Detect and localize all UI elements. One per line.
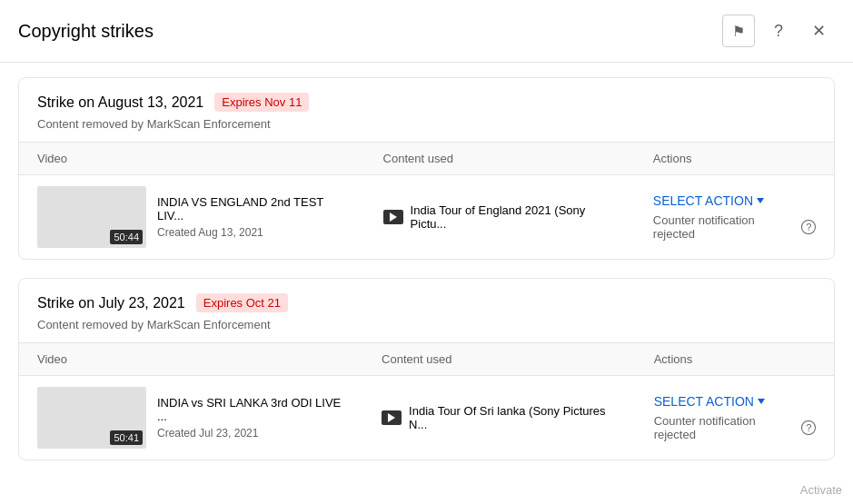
strike-table-jul: Video Content used Actions 50:41 INDIA v… — [19, 342, 834, 460]
video-date-aug: Created Aug 13, 2021 — [157, 226, 347, 239]
dropdown-arrow-icon-aug — [757, 198, 764, 203]
col-header-content-jul: Content used — [363, 343, 636, 376]
col-header-content-aug: Content used — [365, 143, 635, 175]
close-icon: ✕ — [812, 21, 826, 41]
content-title-jul: India Tour Of Sri lanka (Sony Pictures N… — [409, 404, 618, 431]
counter-status-text-jul: Counter notification rejected — [654, 414, 797, 441]
strike-table-aug: Video Content used Actions 50:44 INDIA V… — [19, 142, 834, 259]
strike-card-jul-2021: Strike on July 23, 2021 Expires Oct 21 C… — [18, 278, 835, 460]
video-cell-jul: 50:41 INDIA vs SRI LANKA 3rd ODI LIVE ..… — [19, 376, 363, 460]
video-title-jul: INDIA vs SRI LANKA 3rd ODI LIVE ... — [157, 396, 345, 423]
col-header-actions-jul: Actions — [636, 343, 834, 376]
close-button[interactable]: ✕ — [802, 15, 835, 47]
flag-icon: ⚑ — [732, 23, 745, 40]
strike-header-jul: Strike on July 23, 2021 Expires Oct 21 C… — [19, 279, 834, 342]
content-used-cell-jul: India Tour Of Sri lanka (Sony Pictures N… — [363, 376, 636, 460]
video-thumbnail-aug: 50:44 — [37, 186, 146, 248]
video-play-icon-aug — [383, 210, 403, 224]
help-button[interactable]: ? — [762, 15, 795, 47]
actions-inner-aug: SELECT ACTION Counter notification rejec… — [653, 193, 816, 241]
select-action-button-jul[interactable]: SELECT ACTION — [654, 394, 765, 409]
content-used-cell-aug: India Tour of England 2021 (Sony Pictu..… — [365, 175, 635, 260]
select-action-label-jul: SELECT ACTION — [654, 394, 754, 409]
counter-status-jul: Counter notification rejected ? — [654, 414, 816, 441]
col-header-video-jul: Video — [19, 343, 363, 376]
video-info-jul: INDIA vs SRI LANKA 3rd ODI LIVE ... Crea… — [157, 396, 345, 440]
counter-status-aug: Counter notification rejected ? — [653, 213, 816, 241]
video-cell-aug: 50:44 INDIA VS ENGLAND 2nd TEST LIV... C… — [19, 175, 365, 260]
content-title-aug: India Tour of England 2021 (Sony Pictu..… — [411, 203, 617, 231]
strike-header-aug: Strike on August 13, 2021 Expires Nov 11… — [19, 78, 834, 142]
video-thumbnail-jul: 50:41 — [37, 387, 146, 449]
strike-card-aug-2021: Strike on August 13, 2021 Expires Nov 11… — [18, 77, 835, 260]
col-header-video-aug: Video — [19, 143, 365, 175]
video-duration-jul: 50:41 — [110, 430, 143, 445]
content-used-inner-jul: India Tour Of Sri lanka (Sony Pictures N… — [382, 404, 618, 431]
strike-sub-aug: Content removed by MarkScan Enforcement — [37, 117, 816, 131]
flag-button[interactable]: ⚑ — [722, 15, 755, 47]
strike-title-jul: Strike on July 23, 2021 — [37, 295, 185, 311]
video-cell-inner-jul: 50:41 INDIA vs SRI LANKA 3rd ODI LIVE ..… — [37, 387, 345, 449]
video-date-jul: Created Jul 23, 2021 — [157, 427, 345, 440]
table-row: 50:44 INDIA VS ENGLAND 2nd TEST LIV... C… — [19, 175, 834, 260]
strike-sub-jul: Content removed by MarkScan Enforcement — [37, 318, 816, 331]
help-circle-icon: ? — [774, 22, 783, 41]
strike-title-aug: Strike on August 13, 2021 — [37, 94, 203, 111]
video-cell-inner: 50:44 INDIA VS ENGLAND 2nd TEST LIV... C… — [37, 186, 347, 248]
modal-title: Copyright strikes — [18, 21, 722, 42]
col-header-actions-aug: Actions — [635, 143, 834, 175]
expires-badge-jul: Expires Oct 21 — [196, 293, 288, 312]
dropdown-arrow-icon-jul — [758, 399, 765, 404]
video-info-aug: INDIA VS ENGLAND 2nd TEST LIV... Created… — [157, 195, 347, 239]
counter-help-icon-jul[interactable]: ? — [801, 420, 816, 435]
strike-title-row: Strike on August 13, 2021 Expires Nov 11 — [37, 93, 816, 112]
counter-help-icon-aug[interactable]: ? — [801, 220, 816, 234]
activate-watermark: Activate — [800, 483, 842, 497]
video-play-icon-jul — [382, 410, 402, 425]
content-area: Strike on August 13, 2021 Expires Nov 11… — [0, 63, 853, 493]
select-action-label-aug: SELECT ACTION — [653, 193, 753, 208]
actions-cell-jul: SELECT ACTION Counter notification rejec… — [636, 376, 834, 460]
modal-header: Copyright strikes ⚑ ? ✕ — [0, 0, 853, 63]
content-used-inner-aug: India Tour of England 2021 (Sony Pictu..… — [383, 203, 617, 231]
counter-status-text-aug: Counter notification rejected — [653, 213, 797, 241]
table-row: 50:41 INDIA vs SRI LANKA 3rd ODI LIVE ..… — [19, 376, 834, 460]
video-title-aug: INDIA VS ENGLAND 2nd TEST LIV... — [157, 195, 347, 222]
actions-cell-aug: SELECT ACTION Counter notification rejec… — [635, 175, 834, 260]
strike-title-row-jul: Strike on July 23, 2021 Expires Oct 21 — [37, 293, 816, 312]
video-duration-aug: 50:44 — [110, 230, 143, 244]
expires-badge-aug: Expires Nov 11 — [214, 93, 309, 112]
header-icons: ⚑ ? ✕ — [722, 15, 835, 47]
select-action-button-aug[interactable]: SELECT ACTION — [653, 193, 764, 208]
actions-inner-jul: SELECT ACTION Counter notification rejec… — [654, 394, 816, 441]
